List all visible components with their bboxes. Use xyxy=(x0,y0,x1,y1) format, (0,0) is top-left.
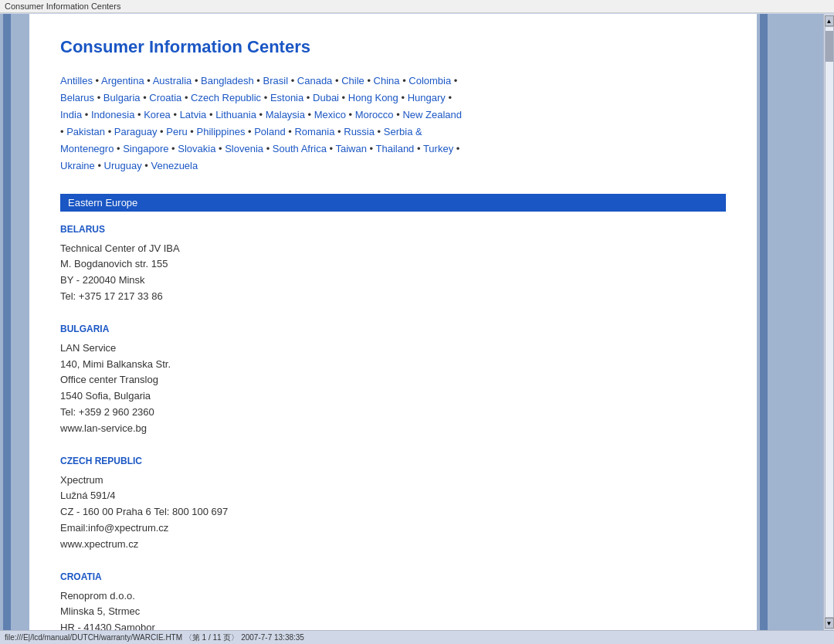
status-bar: file:///E|/lcd/manual/DUTCH/warranty/WAR… xyxy=(0,630,834,644)
new-zealand-link[interactable]: New Zealand xyxy=(402,109,462,120)
venezuela-link[interactable]: Venezuela xyxy=(151,160,198,171)
croatia-details: Renoprom d.o.o. Mlinska 5, Strmec HR - 4… xyxy=(60,588,726,630)
poland-link[interactable]: Poland xyxy=(254,126,285,137)
mexico-link[interactable]: Mexico xyxy=(314,109,346,120)
argentina-link[interactable]: Argentina xyxy=(101,75,144,86)
malaysia-link[interactable]: Malaysia xyxy=(266,109,305,120)
bulgaria-details: LAN Service 140, Mimi Balkanska Str. Off… xyxy=(60,341,726,437)
scrollbar-up-button[interactable]: ▲ xyxy=(825,15,834,26)
taiwan-link[interactable]: Taiwan xyxy=(335,143,366,154)
ukraine-link[interactable]: Ukraine xyxy=(60,160,95,171)
main-content: Consumer Information Centers Antilles • … xyxy=(29,14,757,630)
morocco-link[interactable]: Morocco xyxy=(355,109,394,120)
singapore-link[interactable]: Singapore xyxy=(123,143,168,154)
india-link[interactable]: India xyxy=(60,109,82,120)
status-text: file:///E|/lcd/manual/DUTCH/warranty/WAR… xyxy=(5,632,304,643)
window-title: Consumer Information Centers xyxy=(5,2,120,11)
china-link[interactable]: China xyxy=(374,75,400,86)
czech-republic-section: CZECH REPUBLIC Xpectrum Lužná 591/4 CZ -… xyxy=(60,456,726,553)
right-sidebar-accent xyxy=(760,14,768,630)
serbia-link[interactable]: Serbia & xyxy=(384,126,422,137)
belarus-country-name: BELARUS xyxy=(60,224,726,235)
russia-link[interactable]: Russia xyxy=(344,126,375,137)
scrollbar-track[interactable] xyxy=(825,26,834,618)
eastern-europe-header: Eastern Europe xyxy=(60,194,726,212)
eastern-europe-section: Eastern Europe BELARUS Technical Center … xyxy=(60,194,726,630)
scroll-down-icon: ▼ xyxy=(826,620,832,627)
croatia-section: CROATIA Renoprom d.o.o. Mlinska 5, Strme… xyxy=(60,571,726,630)
colombia-link[interactable]: Colombia xyxy=(409,75,451,86)
latvia-link[interactable]: Latvia xyxy=(180,109,207,120)
slovenia-link[interactable]: Slovenia xyxy=(225,143,263,154)
peru-link[interactable]: Peru xyxy=(166,126,187,137)
main-layout: Consumer Information Centers Antilles • … xyxy=(0,14,834,630)
slovakia-link[interactable]: Slovakia xyxy=(178,143,215,154)
estonia-link[interactable]: Estonia xyxy=(270,92,303,103)
chile-link[interactable]: Chile xyxy=(341,75,364,86)
czech-republic-link[interactable]: Czech Republic xyxy=(191,92,261,103)
bulgaria-link[interactable]: Bulgaria xyxy=(103,92,141,103)
antilles-link[interactable]: Antilles xyxy=(60,75,93,86)
paraguay-link[interactable]: Paraguay xyxy=(114,126,158,137)
thailand-link[interactable]: Thailand xyxy=(375,143,414,154)
scrollbar-down-button[interactable]: ▼ xyxy=(825,618,834,629)
scrollbar: ▲ ▼ xyxy=(823,14,834,630)
turkey-link[interactable]: Turkey xyxy=(423,143,453,154)
country-link-list: Antilles • Argentina • Australia • Bangl… xyxy=(60,73,726,175)
hong-kong-link[interactable]: Hong Kong xyxy=(348,92,398,103)
left-sidebar-accent xyxy=(3,14,11,630)
czech-republic-country-name: CZECH REPUBLIC xyxy=(60,456,726,466)
dubai-link[interactable]: Dubai xyxy=(313,92,339,103)
philippines-link[interactable]: Philippines xyxy=(197,126,246,137)
south-africa-link[interactable]: South Africa xyxy=(273,143,327,154)
romania-link[interactable]: Romania xyxy=(294,126,334,137)
hungary-link[interactable]: Hungary xyxy=(408,92,446,103)
uruguay-link[interactable]: Uruguay xyxy=(104,160,142,171)
indonesia-link[interactable]: Indonesia xyxy=(91,109,134,120)
brasil-link[interactable]: Brasil xyxy=(263,75,289,86)
scrollbar-thumb[interactable] xyxy=(826,31,833,62)
scroll-up-icon: ▲ xyxy=(826,18,832,25)
australia-link[interactable]: Australia xyxy=(153,75,192,86)
korea-link[interactable]: Korea xyxy=(144,109,171,120)
bulgaria-section: BULGARIA LAN Service 140, Mimi Balkanska… xyxy=(60,324,726,437)
croatia-country-name: CROATIA xyxy=(60,571,726,582)
belarus-details: Technical Center of JV IBA M. Bogdanovic… xyxy=(60,241,726,305)
left-sidebar xyxy=(0,14,29,630)
canada-link[interactable]: Canada xyxy=(297,75,333,86)
pakistan-link[interactable]: Pakistan xyxy=(66,126,105,137)
belarus-section: BELARUS Technical Center of JV IBA M. Bo… xyxy=(60,224,726,305)
belarus-link[interactable]: Belarus xyxy=(60,92,94,103)
bangladesh-link[interactable]: Bangladesh xyxy=(201,75,254,86)
czech-republic-details: Xpectrum Lužná 591/4 CZ - 160 00 Praha 6… xyxy=(60,473,726,553)
bulgaria-country-name: BULGARIA xyxy=(60,324,726,334)
right-sidebar: ▲ ▼ xyxy=(757,14,834,630)
lithuania-link[interactable]: Lithuania xyxy=(215,109,256,120)
montenegro-link[interactable]: Montenegro xyxy=(60,143,114,154)
page-title: Consumer Information Centers xyxy=(60,37,726,57)
window-title-bar: Consumer Information Centers xyxy=(0,0,834,13)
croatia-link[interactable]: Croatia xyxy=(149,92,181,103)
